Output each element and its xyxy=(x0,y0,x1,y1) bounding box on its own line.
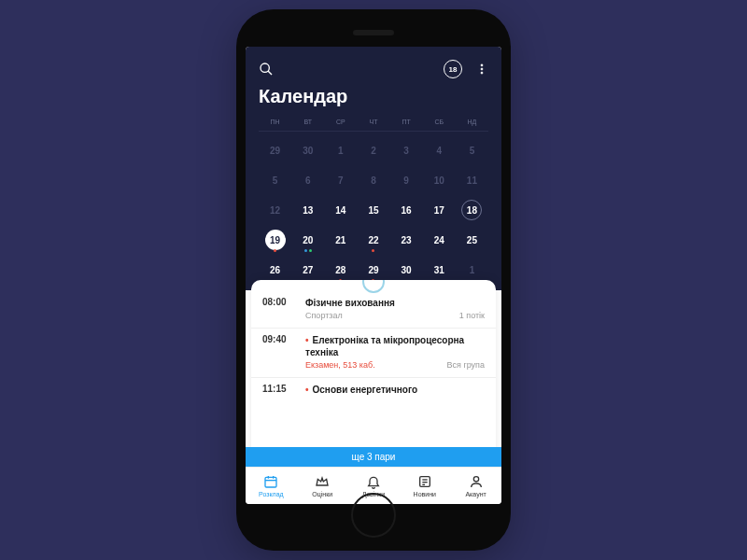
calendar-day[interactable]: 3 xyxy=(390,137,423,163)
calendar-day[interactable]: 15 xyxy=(357,197,389,223)
bell-icon xyxy=(366,474,381,490)
event-list: 08:00Фізичне вихованняСпортзал1 потік09:… xyxy=(251,280,496,403)
weekday-row: ПНВТСРЧТПТСБНД xyxy=(259,117,488,127)
calendar-day[interactable]: 19 xyxy=(259,227,291,253)
calendar-day[interactable]: 5 xyxy=(259,167,291,193)
page-title: Календар xyxy=(259,86,488,107)
event-row[interactable]: 11:15Основи енергетичного xyxy=(251,378,496,403)
notification-badge[interactable]: 18 xyxy=(444,60,462,78)
crown-icon xyxy=(315,474,330,490)
calendar-day[interactable]: 5 xyxy=(456,137,488,163)
tab-calendar[interactable]: Розклад xyxy=(246,468,297,504)
calendar-day[interactable]: 8 xyxy=(357,167,389,193)
divider xyxy=(259,131,488,132)
tab-label: Акаунт xyxy=(465,491,486,497)
calendar-day[interactable]: 25 xyxy=(456,227,488,253)
tab-news[interactable]: Новини xyxy=(399,468,450,504)
calendar-day[interactable]: 26 xyxy=(259,257,291,283)
calendar-day[interactable]: 29 xyxy=(357,257,389,283)
event-location: Спортзал xyxy=(305,311,343,320)
calendar-day[interactable]: 20 xyxy=(291,227,324,253)
account-icon xyxy=(469,474,484,490)
tab-bell[interactable]: Дзвінки xyxy=(348,468,400,504)
event-title: Фізичне виховання xyxy=(305,297,485,309)
event-time: 08:00 xyxy=(262,297,296,320)
event-group: 1 потік xyxy=(459,311,485,320)
calendar-day[interactable]: 2 xyxy=(357,137,389,163)
calendar-day[interactable]: 1 xyxy=(456,257,488,283)
calendar-day[interactable]: 23 xyxy=(390,227,423,253)
calendar-day[interactable]: 11 xyxy=(456,167,488,193)
weekday-label: ПТ xyxy=(390,117,423,127)
calendar-day[interactable]: 31 xyxy=(423,257,456,283)
tab-label: Дзвінки xyxy=(362,491,385,497)
weekday-label: НД xyxy=(456,117,488,127)
svg-rect-5 xyxy=(265,477,276,487)
tab-label: Оцінки xyxy=(312,491,332,497)
event-dot-icon xyxy=(372,249,374,252)
svg-point-13 xyxy=(473,477,478,482)
calendar-grid: 2930123455678910111213141516171819202122… xyxy=(259,137,488,283)
event-row[interactable]: 08:00Фізичне вихованняСпортзал1 потік xyxy=(251,291,496,329)
svg-point-4 xyxy=(481,72,483,74)
event-group: Вся група xyxy=(447,360,485,370)
calendar-day[interactable]: 28 xyxy=(324,257,357,283)
weekday-label: ВТ xyxy=(291,117,324,127)
event-title: Електроніка та мікропроцесорна техніка xyxy=(305,334,485,358)
weekday-label: СБ xyxy=(423,117,456,127)
calendar-day[interactable]: 12 xyxy=(259,197,291,223)
calendar-day[interactable]: 30 xyxy=(291,137,324,163)
phone-frame: 18 Календар ПНВТСРЧТПТСБНД 2930123455678… xyxy=(236,9,511,551)
calendar-day[interactable]: 14 xyxy=(324,197,357,223)
kebab-menu-icon[interactable] xyxy=(475,63,488,76)
calendar-icon xyxy=(263,474,278,490)
topbar: 18 xyxy=(259,60,488,78)
svg-point-3 xyxy=(481,68,483,70)
calendar-day[interactable]: 30 xyxy=(390,257,423,283)
search-icon[interactable] xyxy=(259,62,274,77)
news-icon xyxy=(417,474,432,490)
event-time: 09:40 xyxy=(262,334,296,370)
event-row[interactable]: 09:40Електроніка та мікропроцесорна техн… xyxy=(251,329,496,378)
screen: 18 Календар ПНВТСРЧТПТСБНД 2930123455678… xyxy=(246,47,501,504)
svg-line-1 xyxy=(268,71,272,75)
calendar-day[interactable]: 16 xyxy=(390,197,423,223)
schedule-sheet: 08:00Фізичне вихованняСпортзал1 потік09:… xyxy=(251,280,496,467)
tab-account[interactable]: Акаунт xyxy=(450,468,501,504)
event-dot-icon xyxy=(274,249,276,252)
event-dot-icon xyxy=(309,249,312,252)
calendar-day[interactable]: 13 xyxy=(291,197,324,223)
calendar-header: 18 Календар ПНВТСРЧТПТСБНД 2930123455678… xyxy=(246,47,501,290)
svg-point-0 xyxy=(261,63,269,72)
event-time: 11:15 xyxy=(262,384,296,396)
calendar-day[interactable]: 21 xyxy=(324,227,357,253)
weekday-label: ЧТ xyxy=(357,117,389,127)
tab-label: Розклад xyxy=(259,491,284,497)
weekday-label: СР xyxy=(324,117,357,127)
calendar-day[interactable]: 9 xyxy=(390,167,423,193)
tabbar: РозкладОцінкиДзвінкиНовиниАкаунт xyxy=(246,467,501,504)
calendar-day[interactable]: 10 xyxy=(423,167,456,193)
calendar-day[interactable]: 4 xyxy=(423,137,456,163)
calendar-day[interactable]: 18 xyxy=(456,197,488,223)
calendar-day[interactable]: 7 xyxy=(324,167,357,193)
tab-label: Новини xyxy=(414,491,436,497)
calendar-day[interactable]: 17 xyxy=(423,197,456,223)
calendar-day[interactable]: 1 xyxy=(324,137,357,163)
calendar-day[interactable]: 6 xyxy=(291,167,324,193)
more-classes-banner[interactable]: ще 3 пари xyxy=(246,447,501,467)
calendar-day[interactable]: 24 xyxy=(423,227,456,253)
tab-crown[interactable]: Оцінки xyxy=(297,468,348,504)
calendar-day[interactable]: 27 xyxy=(291,257,324,283)
event-location: Екзамен, 513 каб. xyxy=(305,360,375,370)
weekday-label: ПН xyxy=(259,117,291,127)
calendar-day[interactable]: 22 xyxy=(357,227,389,253)
calendar-day[interactable]: 29 xyxy=(259,137,291,163)
event-title: Основи енергетичного xyxy=(305,384,485,396)
event-dot-icon xyxy=(304,249,307,252)
svg-point-2 xyxy=(481,64,483,66)
